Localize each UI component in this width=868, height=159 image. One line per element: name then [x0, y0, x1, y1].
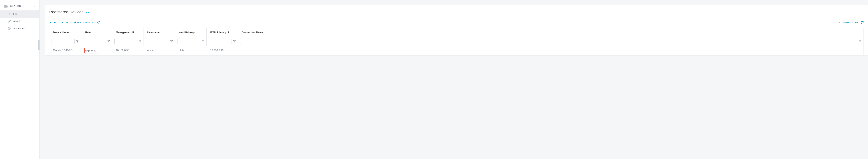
- column-header-wan-primary[interactable]: WAN Primary: [175, 28, 207, 37]
- diag-button[interactable]: DIAG: [61, 21, 70, 24]
- sidebar-item-advanced[interactable]: Advanced: [0, 25, 39, 32]
- svg-marker-15: [234, 40, 236, 42]
- filter-input-management-ip[interactable]: [115, 39, 137, 44]
- reset-filters-button[interactable]: RESET FILTERS: [74, 21, 94, 24]
- devices-table: Device Name State Management IP ... User…: [49, 28, 864, 55]
- funnel-icon[interactable]: [202, 40, 204, 43]
- refresh-button[interactable]: [97, 21, 100, 24]
- svg-marker-10: [76, 40, 78, 42]
- column-header-state[interactable]: State: [81, 28, 112, 37]
- refresh-icon: [97, 21, 100, 24]
- swap-icon: [861, 21, 864, 24]
- column-header-username[interactable]: Username: [144, 28, 175, 37]
- state-badge: registered: [85, 48, 99, 53]
- cell-state: registered: [81, 46, 112, 55]
- swap-columns-button[interactable]: [861, 21, 864, 24]
- sidebar-section-cloudn[interactable]: CLOUDN: [0, 2, 39, 10]
- svg-marker-12: [139, 40, 141, 42]
- sidebar-item-label: List: [13, 12, 17, 16]
- funnel-icon[interactable]: [170, 40, 173, 43]
- cell-wan-primary: eth0: [175, 46, 207, 55]
- funnel-icon[interactable]: [859, 40, 861, 43]
- funnel-icon[interactable]: [233, 40, 236, 43]
- toolbar-label: DIAG: [65, 22, 70, 24]
- page-title: Registered Devices: [49, 10, 84, 15]
- svg-marker-11: [107, 40, 110, 42]
- funnel-icon[interactable]: [139, 40, 142, 43]
- column-header-management-ip[interactable]: Management IP ...: [112, 28, 144, 37]
- table-row[interactable]: CloudN-10-152-0-... registered 10.152.0.…: [50, 46, 864, 55]
- sidebar-header-label: CLOUDN: [10, 5, 34, 7]
- content-card: Registered Devices Info EDIT: [45, 5, 868, 55]
- filter-input-connection-name[interactable]: [240, 39, 858, 44]
- column-header-connection-name[interactable]: Connection Name: [238, 28, 864, 37]
- list-icon: [8, 12, 11, 16]
- filter-input-wan-primary[interactable]: [177, 39, 200, 44]
- svg-marker-13: [170, 40, 173, 42]
- cell-wan-primary-ip: 10.250.8.10: [207, 46, 238, 55]
- sidebar: CLOUDN List Attach Advanced: [0, 0, 39, 159]
- main-content: Registered Devices Info EDIT: [39, 0, 868, 159]
- filter-input-username[interactable]: [146, 39, 169, 44]
- sidebar-item-label: Advanced: [13, 27, 25, 30]
- diag-icon: [61, 21, 64, 24]
- cloud-icon: [4, 4, 8, 8]
- toolbar-label: COLUMN MENU: [842, 22, 858, 24]
- scrollbar-thumb[interactable]: [38, 39, 39, 50]
- cell-username: admin: [144, 46, 175, 55]
- filter-input-wan-primary-ip[interactable]: [209, 39, 232, 44]
- filter-input-device-name[interactable]: [52, 39, 74, 44]
- toolbar: EDIT DIAG RESET FILTERS: [45, 19, 868, 26]
- sidebar-item-attach[interactable]: Attach: [0, 18, 39, 25]
- cell-management-ip: 10.152.0.56: [112, 46, 144, 55]
- svg-point-6: [9, 28, 10, 29]
- toolbar-label: EDIT: [53, 22, 58, 24]
- column-header-device-name[interactable]: Device Name: [50, 28, 81, 37]
- filter-input-state[interactable]: [83, 39, 106, 44]
- pencil-icon: [49, 21, 52, 24]
- sidebar-item-list[interactable]: List: [0, 10, 39, 18]
- column-menu-button[interactable]: COLUMN MENU: [838, 21, 858, 24]
- toolbar-label: RESET FILTERS: [78, 22, 94, 24]
- cell-device-name: CloudN-10-152-0-...: [50, 46, 81, 55]
- table-header-row: Device Name State Management IP ... User…: [50, 28, 864, 37]
- page-header: Registered Devices Info: [45, 10, 868, 19]
- funnel-icon[interactable]: [107, 40, 110, 43]
- svg-marker-14: [202, 40, 204, 42]
- eraser-icon: [74, 21, 76, 24]
- funnel-icon: [838, 21, 841, 24]
- column-header-wan-primary-ip[interactable]: WAN Primary IP: [207, 28, 238, 37]
- chevron-up-icon: [34, 5, 36, 7]
- funnel-icon[interactable]: [76, 40, 79, 43]
- info-link[interactable]: Info: [86, 11, 90, 14]
- edit-button[interactable]: EDIT: [49, 21, 58, 24]
- gear-icon: [8, 27, 11, 30]
- svg-marker-16: [859, 40, 861, 42]
- sidebar-item-label: Attach: [13, 20, 21, 23]
- cell-connection-name: [238, 46, 864, 55]
- table-filter-row: [50, 37, 864, 46]
- attach-icon: [8, 20, 11, 23]
